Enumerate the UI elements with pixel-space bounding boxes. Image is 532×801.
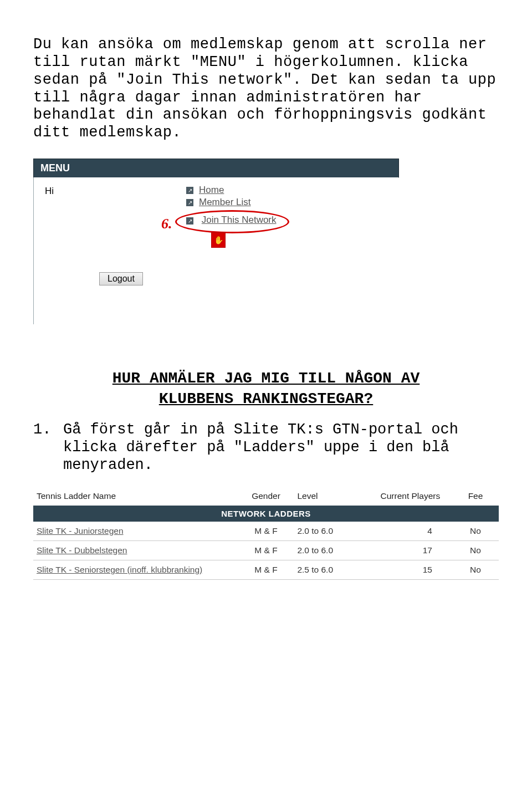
ladders-header-row: Tennis Ladder Name Gender Level Current … [33,489,499,506]
step-1: 1. Gå först går in på Slite TK:s GTN-por… [33,421,499,475]
menu-item-join[interactable]: ↗ Join This Network [183,213,280,227]
section-heading: HUR ANMÄLER JAG MIG TILL NÅGON AV KLUBBE… [33,369,499,409]
ladders-table: Tennis Ladder Name Gender Level Current … [33,489,499,580]
step-1-text: Gå först går in på Slite TK:s GTN-portal… [63,421,499,475]
table-row: Slite TK - Dubbelstegen M & F 2.0 to 6.0… [33,540,499,560]
cursor-hand-icon: ✋ [214,236,223,244]
ladder-name-link[interactable]: Slite TK - Juniorstegen [37,526,124,535]
col-header-level: Level [294,489,368,506]
ladder-gender: M & F [238,540,294,560]
table-row: Slite TK - Juniorstegen M & F 2.0 to 6.0… [33,522,499,541]
ladder-fee: No [452,560,499,579]
ladder-name-link[interactable]: Slite TK - Dubbelstegen [37,545,127,555]
arrow-icon: ↗ [186,187,193,194]
menu-links: ↗ Home ↗ Member List ↗ Join This Network [186,183,277,227]
ladder-fee: No [452,540,499,560]
col-header-players: Current Players [369,489,452,506]
cursor-highlight-block: ✋ [211,232,226,248]
col-header-fee: Fee [452,489,499,506]
menu-body: Hi 6. ↗ Home ↗ Member List ↗ Join This N… [33,178,399,324]
step-number-6: 6. [161,216,172,232]
ladder-players: 4 [369,522,452,541]
arrow-icon: ↗ [186,199,193,206]
menu-header-text: MENU [40,162,70,174]
menu-home-label: Home [199,185,224,196]
intro-paragraph: Du kan ansöka om medlemskap genom att sc… [33,36,499,142]
ladder-gender: M & F [238,522,294,541]
col-header-gender: Gender [238,489,294,506]
menu-hi-text: Hi [45,186,54,197]
ladder-level: 2.0 to 6.0 [294,522,368,541]
menu-memberlist-label: Member List [199,197,251,208]
col-header-name: Tennis Ladder Name [33,489,238,506]
ladder-name-link[interactable]: Slite TK - Seniorstegen (inoff. klubbran… [37,565,202,574]
step-1-number: 1. [33,421,63,475]
menu-header-bar: MENU [33,159,399,178]
red-highlight-oval [175,210,289,233]
menu-screenshot: MENU Hi 6. ↗ Home ↗ Member List ↗ Join T… [33,159,399,324]
menu-item-memberlist[interactable]: ↗ Member List [186,197,277,208]
section-heading-line2: KLUBBENS RANKINGSTEGAR? [159,390,373,407]
ladder-gender: M & F [238,560,294,579]
ladders-section-title: NETWORK LADDERS [33,506,499,522]
ladder-level: 2.0 to 6.0 [294,540,368,560]
table-row: Slite TK - Seniorstegen (inoff. klubbran… [33,560,499,579]
section-heading-line1: HUR ANMÄLER JAG MIG TILL NÅGON AV [112,370,420,387]
ladder-players: 15 [369,560,452,579]
ladder-level: 2.5 to 6.0 [294,560,368,579]
logout-button[interactable]: Logout [99,272,143,285]
ladder-players: 17 [369,540,452,560]
ladder-fee: No [452,522,499,541]
menu-item-home[interactable]: ↗ Home [186,185,277,196]
